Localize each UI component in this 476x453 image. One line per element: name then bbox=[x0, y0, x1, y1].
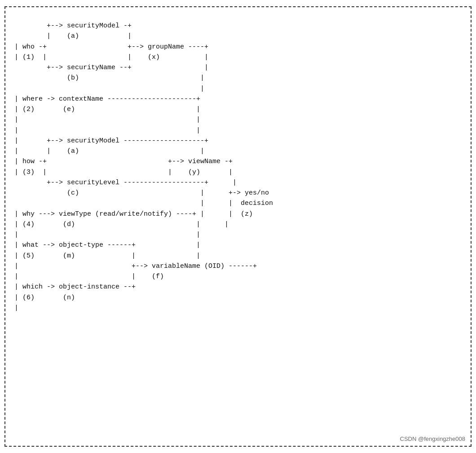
diagram-container: +--> securityModel -+ | (a) | | who -+ +… bbox=[4, 6, 472, 447]
diagram-content: +--> securityModel -+ | (a) | | who -+ +… bbox=[14, 16, 462, 324]
watermark: CSDN @fengxingzhe008 bbox=[400, 435, 465, 442]
